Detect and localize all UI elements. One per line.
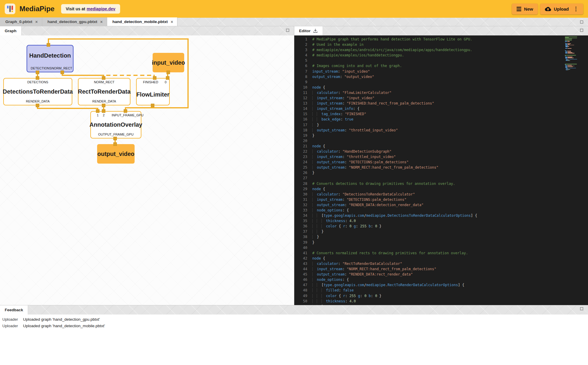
code-line: 38 } — [294, 234, 588, 239]
tab-close-icon[interactable]: × — [171, 20, 173, 24]
popout-icon[interactable] — [580, 29, 583, 32]
node-bottom-ports: DETECTIONSNORM_RECT — [27, 66, 73, 72]
line-number: 34 — [294, 213, 307, 218]
code-line: 42node { — [294, 256, 588, 261]
graph-canvas[interactable]: HandDetectionDETECTIONSNORM_RECTinput_vi… — [0, 35, 294, 305]
graph-edge — [153, 107, 189, 108]
feedback-panel-strip: Feedback — [0, 305, 588, 315]
graph-port — [96, 109, 99, 113]
code-text: calculator: "FlowLimiterCalculator" — [312, 90, 391, 95]
visit-pill[interactable]: Visit us at mediapipe.dev — [61, 4, 120, 14]
line-number: 4 — [294, 53, 307, 58]
code-line: 13 input_stream: "FINISHED:hand_rect_fro… — [294, 101, 588, 106]
graph-port — [102, 109, 105, 113]
graph-node-hand_detection[interactable]: HandDetectionDETECTIONSNORM_RECT — [27, 45, 74, 72]
code-text: output_stream: "output_video" — [312, 74, 374, 79]
code-text: node { — [312, 144, 325, 149]
mediapipe-dev-link[interactable]: mediapipe.dev — [87, 6, 115, 11]
feedback-source: Uploader — [2, 324, 21, 328]
popout-icon[interactable] — [286, 29, 289, 32]
editor-minimap[interactable] — [565, 37, 583, 71]
graph-node-input_video[interactable]: input_video — [153, 53, 184, 72]
code-line: 10node { — [294, 85, 588, 90]
graph-port — [151, 104, 154, 107]
line-number: 44 — [294, 266, 307, 272]
line-number: 22 — [294, 149, 307, 154]
code-line: 36 color { r: 0 g: 255 b: 0 } — [294, 224, 588, 229]
graph-node-annotation_overlay[interactable]: 12INPUT_FRAME_GPUAnnotationOverlayOUTPUT… — [90, 111, 141, 138]
file-tab-hand_detection_mobile.pbtxt[interactable]: hand_detection_mobile.pbtxt× — [107, 17, 178, 26]
graph-node-detections_to_render[interactable]: DETECTIONSDetectionsToRenderDataRENDER_D… — [3, 78, 72, 105]
graph-node-output_video[interactable]: output_video — [97, 144, 135, 164]
line-number: 35 — [294, 218, 307, 224]
code-text: output_stream: "DETECTIONS:palm_detectio… — [312, 159, 409, 165]
code-text: output_stream: "NORM_RECT:hand_rect_from… — [312, 165, 438, 170]
graph-panel: Graph HandDetectionDETECTIONSNORM_RECTin… — [0, 26, 294, 305]
code-line: 40 — [294, 245, 588, 250]
code-line: 21node { — [294, 144, 588, 149]
code-text: node { — [312, 186, 325, 192]
code-line: 31 input_stream: "DETECTIONS:palm_detect… — [294, 197, 588, 202]
new-button[interactable]: New — [512, 4, 538, 14]
feedback-tab[interactable]: Feedback — [0, 305, 28, 315]
code-line: 20 — [294, 138, 588, 144]
line-number: 49 — [294, 293, 307, 299]
line-number: 14 — [294, 106, 307, 111]
code-line: 49 color { r: 255 g: 0 b: 0 } — [294, 293, 588, 299]
tab-close-icon[interactable]: × — [35, 20, 38, 24]
graph-edge — [187, 38, 189, 108]
tab-close-icon[interactable]: × — [100, 20, 102, 24]
cloud-upload-icon — [545, 6, 551, 12]
visit-text: Visit us at — [66, 6, 85, 11]
code-text: # mediapipie/examples/ios/handdetectiong… — [312, 53, 404, 58]
line-number: 16 — [294, 117, 307, 122]
code-text: } — [312, 304, 324, 305]
code-text: input_stream: "NORM_RECT:hand_rect_from_… — [312, 266, 436, 272]
file-tab-Graph_0.pbtxt[interactable]: Graph_0.pbtxt× — [0, 17, 42, 26]
code-text: back_edge: true — [312, 117, 353, 122]
code-text — [312, 245, 314, 250]
line-number: 21 — [294, 144, 307, 149]
code-line: 48 filled: false — [294, 288, 588, 293]
file-tab-hand_detection_gpu.pbtxt[interactable]: hand_detection_gpu.pbtxt× — [42, 17, 107, 26]
code-text: [type.googleapis.com/mediapipe.RectToRen… — [312, 282, 464, 288]
download-icon[interactable] — [313, 28, 318, 33]
graph-port — [36, 71, 39, 74]
code-editor[interactable]: 1# MediaPipe graph that performs hand de… — [294, 35, 588, 305]
port-label: 0 — [165, 80, 166, 84]
code-text: thickness: 4.0 — [312, 218, 356, 224]
upload-menu-dots[interactable]: ⋮ — [573, 6, 579, 12]
code-text: calculator: "RectToRenderDataCalculator" — [312, 261, 402, 266]
port-label: OUTPUT_FRAME_GPU — [98, 133, 134, 136]
code-text: node { — [312, 256, 325, 261]
code-line: 17 } — [294, 122, 588, 128]
line-number: 1 — [294, 37, 307, 42]
code-text: # mediapipie/examples/android/src/java/c… — [312, 47, 472, 53]
graph-edge — [48, 38, 189, 40]
line-number: 39 — [294, 240, 307, 245]
popout-icon[interactable] — [580, 20, 583, 24]
line-number: 29 — [294, 186, 307, 192]
code-line: 27 — [294, 175, 588, 181]
main-split: Graph HandDetectionDETECTIONSNORM_RECTin… — [0, 26, 588, 305]
node-title: output_video — [97, 151, 135, 157]
graph-tab[interactable]: Graph — [0, 26, 22, 35]
code-text — [312, 79, 314, 85]
graph-node-flow_limiter[interactable]: FINISHED0FlowLimiter — [136, 78, 170, 105]
code-line: 2# Used in the example in — [294, 42, 588, 47]
line-number: 23 — [294, 154, 307, 159]
upload-button[interactable]: Upload ⋮ — [540, 4, 583, 14]
line-number: 11 — [294, 90, 307, 95]
code-text: input_stream: "DETECTIONS:palm_detection… — [312, 197, 406, 202]
code-text: input_stream: "throttled_input_video" — [312, 154, 396, 159]
line-number: 36 — [294, 224, 307, 229]
graph-port — [61, 71, 64, 74]
graph-panel-strip: Graph — [0, 26, 294, 35]
line-number: 45 — [294, 272, 307, 277]
editor-tab[interactable]: Editor — [294, 26, 323, 35]
node-title: HandDetection — [27, 45, 73, 66]
node-title: FlowLimiter — [137, 84, 169, 105]
graph-port — [124, 109, 127, 113]
popout-icon[interactable] — [580, 307, 583, 310]
graph-node-rect_to_render[interactable]: NORM_RECTRectToRenderDataRENDER_DATA — [78, 78, 130, 105]
